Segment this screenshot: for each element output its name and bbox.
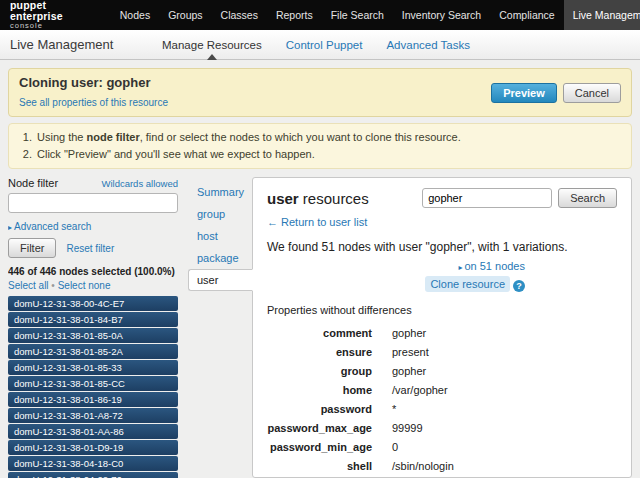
properties-table: comment gopher ensure present group xyxy=(267,327,617,472)
resource-type-tabs: Summary group host package user xyxy=(188,177,252,478)
selection-summary: 446 of 446 nodes selected (100.0%) xyxy=(8,266,178,277)
page-title: Live Management xyxy=(10,30,162,59)
cloning-banner: Cloning user: gopher See all properties … xyxy=(8,68,632,117)
property-value: /sbin/nologin xyxy=(392,460,454,472)
resource-type: user xyxy=(267,190,299,207)
logo-title: puppet enterprise xyxy=(10,0,63,22)
step1-pre: Using the xyxy=(37,131,87,143)
resource-type-tab[interactable]: group xyxy=(188,203,252,225)
property-row: ensure present xyxy=(267,346,617,358)
puppet-enterprise-logo[interactable]: puppet enterprise console xyxy=(0,0,73,30)
nav-item[interactable]: Classes xyxy=(212,0,267,30)
step1-bold: node filter xyxy=(87,131,140,143)
section-tab[interactable]: Manage Resources xyxy=(162,30,262,59)
resource-heading: user resources xyxy=(267,190,369,207)
advanced-search-link[interactable]: ▸Advanced search xyxy=(8,221,91,232)
nav-item[interactable]: File Search xyxy=(322,0,393,30)
resource-search-input[interactable] xyxy=(422,188,552,208)
filter-button[interactable]: Filter xyxy=(8,238,56,258)
section-tab[interactable]: Control Puppet xyxy=(286,30,363,59)
step1-post: , find or select the nodes to which you … xyxy=(140,131,461,143)
resource-type-tab[interactable]: host xyxy=(188,225,252,247)
property-row: comment gopher xyxy=(267,327,617,339)
resource-type-tab[interactable]: Summary xyxy=(188,181,252,203)
resource-type-tab[interactable]: user xyxy=(188,269,253,291)
property-key: home xyxy=(267,384,372,396)
resource-type-tab[interactable]: package xyxy=(188,247,252,269)
nav-item[interactable]: Live Management xyxy=(564,0,640,30)
property-row: password_max_age 99999 xyxy=(267,422,617,434)
reset-filter-link[interactable]: Reset filter xyxy=(66,243,114,254)
preview-button[interactable]: Preview xyxy=(491,83,557,103)
disclosure-triangle-icon: ▸ xyxy=(458,263,462,272)
main-nav: Nodes Groups Classes Reports File Search… xyxy=(111,0,640,30)
logo-subtitle: console xyxy=(10,22,63,30)
advanced-search-label: Advanced search xyxy=(14,221,91,232)
select-all-link[interactable]: Select all xyxy=(8,280,49,291)
section-header: Live Management Manage Resources Control… xyxy=(0,30,640,60)
node-list-item[interactable]: domU-12-31-38-01-A8-72 xyxy=(8,408,178,423)
property-key: shell xyxy=(267,460,372,472)
back-arrow-icon: ← xyxy=(267,216,278,228)
on-nodes-link[interactable]: ▸on 51 nodes xyxy=(458,260,525,272)
top-nav-bar: puppet enterprise console Nodes Groups C… xyxy=(0,0,640,30)
instructions-list: Using the node filter, find or select th… xyxy=(8,123,632,169)
property-key: ensure xyxy=(267,346,372,358)
nav-item[interactable]: Compliance xyxy=(490,0,563,30)
resource-actions: ▸on 51 nodes Clone resource? xyxy=(267,260,525,292)
nav-item[interactable]: Reports xyxy=(267,0,322,30)
select-links-separator: • xyxy=(51,280,55,291)
instruction-step-1: Using the node filter, find or select th… xyxy=(35,129,621,146)
property-row: group gopher xyxy=(267,365,617,377)
panel-header: user resources Search xyxy=(267,188,617,208)
banner-buttons: Preview Cancel xyxy=(491,83,621,103)
return-to-user-list-link[interactable]: ← Return to user list xyxy=(267,216,367,228)
node-filter-input[interactable] xyxy=(8,193,178,213)
resource-search: Search xyxy=(422,188,617,208)
select-links: Select all • Select none xyxy=(8,280,178,291)
node-list-item[interactable]: domU-12-31-38-04-18-C0 xyxy=(8,456,178,471)
help-icon[interactable]: ? xyxy=(513,280,525,292)
cancel-button[interactable]: Cancel xyxy=(563,83,621,103)
node-list-item[interactable]: domU-12-31-38-01-85-0A xyxy=(8,328,178,343)
node-list-item[interactable]: domU-12-31-38-01-84-B7 xyxy=(8,312,178,327)
search-button[interactable]: Search xyxy=(558,188,617,208)
node-list-item[interactable]: domU-12-31-38-01-86-19 xyxy=(8,392,178,407)
select-none-link[interactable]: Select none xyxy=(58,280,111,291)
columns: Node filter Wildcards allowed ▸Advanced … xyxy=(8,177,632,478)
resource-panel: user resources Search ← Return to user l… xyxy=(252,177,632,478)
search-result-summary: We found 51 nodes with user "gopher", wi… xyxy=(267,240,617,254)
property-row: shell /sbin/nologin xyxy=(267,460,617,472)
node-filter-label: Node filter xyxy=(8,177,58,189)
property-value: 0 xyxy=(392,441,398,453)
property-row: home /var/gopher xyxy=(267,384,617,396)
return-link-label: Return to user list xyxy=(281,216,367,228)
nav-item[interactable]: Inventory Search xyxy=(393,0,490,30)
property-value: * xyxy=(392,403,396,415)
nav-item[interactable]: Nodes xyxy=(111,0,159,30)
property-key: comment xyxy=(267,327,372,339)
wildcards-allowed-link[interactable]: Wildcards allowed xyxy=(101,178,178,189)
node-list-item[interactable]: domU-12-31-38-01-85-33 xyxy=(8,360,178,375)
clone-resource-link[interactable]: Clone resource xyxy=(425,276,510,292)
property-row: password_min_age 0 xyxy=(267,441,617,453)
section-tab-label: Control Puppet xyxy=(286,39,363,51)
on-nodes-label: on 51 nodes xyxy=(464,260,525,272)
node-list-item[interactable]: domU-12-31-38-01-AA-86 xyxy=(8,424,178,439)
node-list-item[interactable]: domU-12-31-38-01-85-CC xyxy=(8,376,178,391)
section-tab[interactable]: Advanced Tasks xyxy=(386,30,470,59)
node-list-item[interactable]: domU-12-31-38-04-22-76 xyxy=(8,472,178,478)
nav-item[interactable]: Groups xyxy=(159,0,211,30)
node-list-item[interactable]: domU-12-31-38-01-85-2A xyxy=(8,344,178,359)
clone-resource-row: Clone resource? xyxy=(267,278,525,292)
property-key: group xyxy=(267,365,372,377)
active-tab-indicator-icon xyxy=(207,54,217,60)
node-list: domU-12-31-38-00-4C-E7 domU-12-31-38-01-… xyxy=(8,296,178,478)
node-list-item[interactable]: domU-12-31-38-00-4C-E7 xyxy=(8,296,178,311)
node-list-item[interactable]: domU-12-31-38-01-D9-19 xyxy=(8,440,178,455)
property-value: 99999 xyxy=(392,422,423,434)
instruction-step-2: Click "Preview" and you'll see what we e… xyxy=(35,146,621,163)
property-key: password_max_age xyxy=(267,422,372,434)
see-all-properties-link[interactable]: See all properties of this resource xyxy=(19,97,168,108)
cloning-banner-text: Cloning user: gopher See all properties … xyxy=(19,75,168,110)
